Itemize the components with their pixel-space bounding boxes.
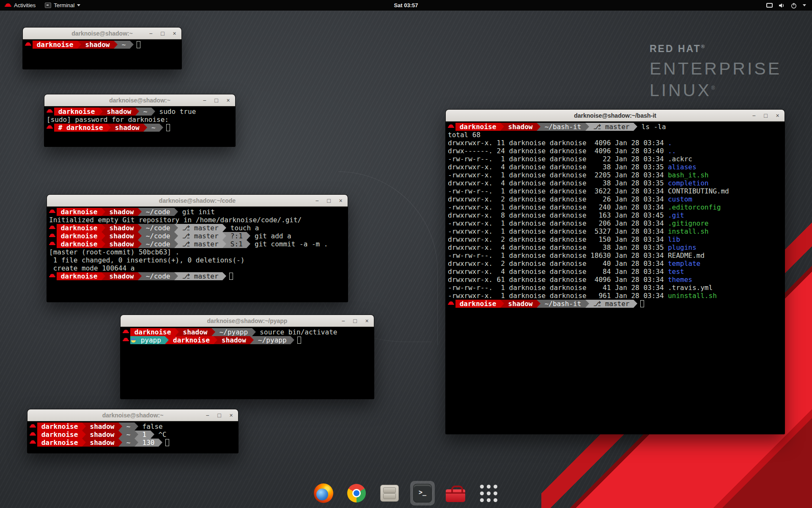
minimize-button[interactable]: − <box>340 318 346 324</box>
system-status-area[interactable] <box>766 0 812 11</box>
powerline-separator-icon <box>114 41 118 49</box>
terminal-text: ls -la <box>637 123 666 131</box>
powerline-separator-icon <box>634 123 637 131</box>
prompt-segment-venv: pyapp <box>130 336 165 344</box>
terminal-text: touch a <box>226 224 259 232</box>
terminal-text: ^C <box>154 431 167 439</box>
powerline-separator-icon <box>102 272 105 280</box>
window-titlebar[interactable]: darknoise@shadow:~/bash-it − □ × <box>446 110 785 121</box>
terminal-line: create mode 100644 a <box>49 264 346 272</box>
minimize-button[interactable]: − <box>204 412 211 418</box>
terminal-line: Initialized empty Git repository in /hom… <box>49 216 346 224</box>
terminal-content[interactable]: darknoise shadow ~ false darknoise shado… <box>27 421 238 453</box>
minimize-button[interactable]: − <box>314 198 320 204</box>
minimize-button[interactable]: − <box>751 113 757 119</box>
terminal-content[interactable]: darknoise shadow ~/code git initInitiali… <box>47 207 348 302</box>
prompt-segment-path: ~ <box>139 108 151 116</box>
terminal-text: drwx------. 24 darknoise darknoise 4096 … <box>448 147 668 155</box>
files-dock-button[interactable] <box>377 481 402 505</box>
powerline-separator-icon <box>143 124 147 132</box>
terminal-window-code[interactable]: darknoise@shadow:~/code − □ × darknoise … <box>47 194 348 302</box>
chrome-dock-button[interactable] <box>344 481 369 505</box>
prompt-segment-git: ⎇ master <box>589 300 634 308</box>
terminal-window-pyapp[interactable]: darknoise@shadow:~/pyapp − □ × darknoise… <box>120 315 374 399</box>
prompt-segment-git: ⎇ master <box>178 272 222 280</box>
firefox-icon <box>314 483 333 503</box>
close-button[interactable]: × <box>228 412 234 418</box>
maximize-button[interactable]: □ <box>216 412 222 418</box>
powerline-separator-icon <box>138 224 142 232</box>
redhat-prompt-icon <box>448 123 454 131</box>
prompt-segment-path: ~/code <box>142 240 174 248</box>
maximize-button[interactable]: □ <box>763 113 769 119</box>
terminal-text: plugins <box>668 243 696 251</box>
app-menu-terminal[interactable]: Terminal <box>40 0 85 11</box>
maximize-button[interactable]: □ <box>326 198 332 204</box>
terminal-text: drwxrwxr-x. 4 darknoise darknoise 38 Jan… <box>448 163 668 171</box>
terminal-content[interactable]: darknoise shadow ~ sudo true[sudo] passw… <box>44 106 235 146</box>
terminal-line: total 68 <box>448 131 782 139</box>
terminal-line: -rwxrwxr-x. 1 darknoise darknoise 5327 J… <box>448 227 782 235</box>
prompt-segment-host: shadow <box>86 431 118 439</box>
powerline-separator-icon <box>107 124 111 132</box>
terminal-line: -rw-rw-r--. 1 darknoise darknoise 18630 … <box>448 251 782 260</box>
terminal-text: [sudo] password for darknoise: <box>47 116 169 124</box>
terminal-window-home-1[interactable]: darknoise@shadow:~ − □ × darknoise shado… <box>22 27 182 69</box>
prompt-segment-user: darknoise <box>169 336 214 344</box>
prompt-segment-git: ⎇ master <box>178 224 222 232</box>
toolbox-dock-button[interactable] <box>443 481 468 505</box>
prompt-segment-path: ~/pyapp <box>254 336 291 344</box>
terminal-text: -rwxrwxr-x. 1 darknoise darknoise 240 Ja… <box>448 203 668 211</box>
terminal-cursor <box>166 124 170 131</box>
powerline-separator-icon <box>250 336 254 344</box>
close-button[interactable]: × <box>171 30 178 36</box>
terminal-text: source bin/activate <box>256 328 337 336</box>
powerline-separator-icon <box>99 108 103 116</box>
terminal-text: .. <box>668 147 676 155</box>
close-button[interactable]: × <box>774 113 781 119</box>
terminal-content[interactable]: darknoise shadow ~/bash-it ⎇ master ls -… <box>446 121 785 434</box>
close-button[interactable]: × <box>337 198 344 204</box>
prompt-segment-user: # darknoise <box>54 124 107 132</box>
maximize-button[interactable]: □ <box>352 318 358 324</box>
terminal-text: -rwxrwxr-x. 1 darknoise darknoise 206 Ja… <box>448 219 668 227</box>
window-titlebar[interactable]: darknoise@shadow:~/pyapp − □ × <box>121 315 374 327</box>
window-titlebar[interactable]: darknoise@shadow:~ − □ × <box>23 28 181 39</box>
terminal-window-bash-it[interactable]: darknoise@shadow:~/bash-it − □ × darknoi… <box>445 109 785 434</box>
activities-button[interactable]: Activities <box>0 0 40 11</box>
prompt-segment-host: shadow <box>217 336 250 344</box>
powerline-separator-icon <box>77 41 81 49</box>
maximize-button[interactable]: □ <box>159 30 166 36</box>
terminal-dock-button[interactable]: >_ <box>410 481 435 505</box>
maximize-button[interactable]: □ <box>213 97 219 103</box>
firefox-dock-button[interactable] <box>311 481 336 505</box>
terminal-text: -rw-rw-r--. 1 darknoise darknoise 3622 J… <box>448 187 668 195</box>
terminal-text: .editorconfig <box>668 203 721 211</box>
powerline-separator-icon <box>102 240 105 248</box>
show-applications-dock-button[interactable] <box>476 481 501 505</box>
terminal-line: pyapp darknoise shadow ~/pyapp <box>123 336 372 344</box>
powerline-separator-icon <box>138 232 142 240</box>
terminal-text: . <box>668 139 672 147</box>
activities-label: Activities <box>14 2 36 8</box>
redhat-prompt-icon <box>49 232 55 240</box>
powerline-separator-icon <box>585 300 589 308</box>
clock[interactable]: Sat 03:57 <box>394 2 418 8</box>
close-button[interactable]: × <box>364 318 370 324</box>
terminal-text: git init <box>178 208 215 216</box>
minimize-button[interactable]: − <box>201 97 208 103</box>
window-titlebar[interactable]: darknoise@shadow:~ − □ × <box>27 409 238 421</box>
prompt-segment-user: darknoise <box>57 232 102 240</box>
powerline-separator-icon <box>291 336 294 344</box>
window-titlebar[interactable]: darknoise@shadow:~/code − □ × <box>47 195 348 207</box>
terminal-content[interactable]: darknoise shadow ~/pyapp source bin/acti… <box>121 327 374 399</box>
terminal-window-home-2[interactable]: darknoise@shadow:~ − □ × darknoise shado… <box>27 409 239 453</box>
terminal-window-sudo[interactable]: darknoise@shadow:~ − □ × darknoise shado… <box>44 94 236 147</box>
prompt-segment-host: shadow <box>105 208 138 216</box>
chevron-down-icon <box>77 4 80 6</box>
terminal-content[interactable]: darknoise shadow ~ <box>23 39 181 69</box>
window-titlebar[interactable]: darknoise@shadow:~ − □ × <box>44 94 235 106</box>
close-button[interactable]: × <box>225 97 231 103</box>
minimize-button[interactable]: − <box>148 30 154 36</box>
powerline-separator-icon <box>159 439 162 447</box>
